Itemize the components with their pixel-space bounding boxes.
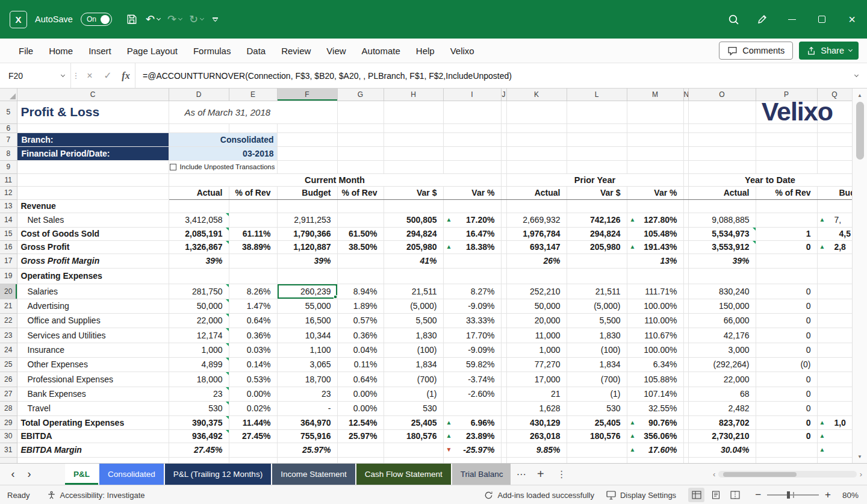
cell-c24[interactable]: Insurance — [17, 343, 169, 357]
cell-l17[interactable] — [567, 254, 627, 268]
cell-i28[interactable] — [443, 401, 501, 415]
cell-g21[interactable]: 1.89% — [337, 299, 384, 313]
cell-j31[interactable] — [501, 443, 506, 457]
cell-h30[interactable]: 180,576 — [384, 429, 443, 443]
column-header-k[interactable]: K — [506, 89, 567, 101]
cell-f27[interactable]: 23 — [277, 387, 337, 401]
cell-p16[interactable]: 0 — [756, 240, 817, 254]
cell-i6[interactable] — [443, 123, 501, 132]
repeat-button[interactable]: ↻ — [186, 9, 207, 30]
cell-o19[interactable] — [688, 268, 756, 284]
cell-h26[interactable]: (700) — [384, 372, 443, 387]
cell-j6[interactable] — [501, 123, 506, 132]
cell-h7[interactable] — [384, 132, 443, 146]
menu-tab-data[interactable]: Data — [238, 39, 273, 63]
cell-q15[interactable]: 4,5 — [817, 227, 852, 240]
cell-j11[interactable] — [501, 173, 506, 186]
minimize-button[interactable] — [777, 0, 807, 39]
cell-f23[interactable]: 10,344 — [277, 328, 337, 343]
cell-n13[interactable] — [683, 199, 688, 213]
cell-l29[interactable]: 25,405 — [567, 415, 627, 429]
cell-m31[interactable]: ▲17.60% — [627, 443, 683, 457]
cell-h14[interactable]: 500,805 — [384, 213, 443, 227]
cell-e12[interactable]: % of Rev — [229, 186, 277, 199]
cell-m9[interactable] — [627, 160, 683, 173]
cell-m14[interactable]: ▲127.80% — [627, 213, 683, 227]
cell-l31[interactable] — [567, 443, 627, 457]
cell-c17[interactable]: Gross Profit Margin — [17, 254, 169, 268]
cell-o15[interactable]: 5,534,973 — [688, 227, 756, 240]
cell-d25[interactable]: 4,899 — [169, 357, 229, 372]
cell-p28[interactable]: 0 — [756, 401, 817, 415]
cell-n30[interactable] — [683, 429, 688, 443]
menu-tab-view[interactable]: View — [319, 39, 353, 63]
cell-o9[interactable] — [688, 160, 756, 173]
menu-tab-formulas[interactable]: Formulas — [185, 39, 239, 63]
cell-e25[interactable]: 0.14% — [229, 357, 277, 372]
menu-tab-insert[interactable]: Insert — [81, 39, 119, 63]
menu-tab-home[interactable]: Home — [41, 39, 81, 63]
cell-j23[interactable] — [501, 328, 506, 343]
menu-tab-file[interactable]: File — [11, 39, 41, 63]
cell-o14[interactable]: 9,088,885 — [688, 213, 756, 227]
column-header-o[interactable]: O — [688, 89, 756, 101]
cell-h[interactable] — [384, 457, 443, 463]
cell-m24[interactable]: 100.00% — [627, 343, 683, 357]
cell-l23[interactable]: 1,830 — [567, 328, 627, 343]
cell-q30[interactable]: ▲ — [817, 429, 852, 443]
cell-k23[interactable]: 11,000 — [506, 328, 567, 343]
cell-p27[interactable]: 0 — [756, 387, 817, 401]
cell-o13[interactable] — [688, 199, 756, 213]
cell-g6[interactable] — [337, 123, 384, 132]
cell-i20[interactable]: 8.27% — [443, 284, 501, 299]
cell-j21[interactable] — [501, 299, 506, 313]
cell-c12[interactable] — [17, 186, 169, 199]
cell-i16[interactable]: ▲18.38% — [443, 240, 501, 254]
cell-f29[interactable]: 364,970 — [277, 415, 337, 429]
cell-m30[interactable]: ▲356.06% — [627, 429, 683, 443]
cell-l20[interactable]: 21,511 — [567, 284, 627, 299]
cell-p29[interactable]: 0 — [756, 415, 817, 429]
cell-o20[interactable]: 830,240 — [688, 284, 756, 299]
zoom-slider[interactable] — [767, 491, 819, 499]
cell-e28[interactable]: 0.02% — [229, 401, 277, 415]
cell-l30[interactable]: 180,576 — [567, 429, 627, 443]
sheet-tab-consolidated[interactable]: Consolidated — [99, 464, 164, 485]
cell-c14[interactable]: Net Sales — [17, 213, 169, 227]
cell-k7[interactable] — [506, 132, 567, 146]
save-button[interactable] — [122, 9, 141, 30]
cell-o22[interactable]: 66,000 — [688, 313, 756, 328]
h-scroll-right-icon[interactable]: › — [860, 470, 862, 479]
cell-i21[interactable]: -9.09% — [443, 299, 501, 313]
cell-p[interactable] — [756, 457, 817, 463]
cell-k13[interactable] — [506, 199, 567, 213]
row-header-30[interactable]: 30 — [0, 429, 17, 443]
cell-c25[interactable]: Other Expenses — [17, 357, 169, 372]
selected-cell[interactable]: 260,239 — [277, 284, 337, 299]
cell-j26[interactable] — [501, 372, 506, 387]
v-scrollbar[interactable]: ▲ ▼ — [852, 89, 867, 463]
sheet-nav-left-button[interactable]: ‹ — [5, 464, 21, 485]
zoom-level[interactable]: 80% — [837, 491, 859, 500]
cell-k31[interactable]: 9.85% — [506, 443, 567, 457]
cell-n21[interactable] — [683, 299, 688, 313]
cell-m6[interactable] — [627, 123, 683, 132]
search-button[interactable] — [719, 0, 748, 39]
menu-tab-help[interactable]: Help — [408, 39, 443, 63]
cell-g28[interactable]: 0.00% — [337, 401, 384, 415]
cell-f25[interactable]: 3,065 — [277, 357, 337, 372]
cell-d20[interactable]: 281,750 — [169, 284, 229, 299]
sheet-options-button[interactable]: ⋮ — [554, 464, 570, 485]
cell-q27[interactable] — [817, 387, 852, 401]
cell-o16[interactable]: 3,553,912 — [688, 240, 756, 254]
cell-l13[interactable] — [567, 199, 627, 213]
cell-l9[interactable] — [567, 160, 627, 173]
cell-l6[interactable] — [567, 123, 627, 132]
cell-c30[interactable]: EBITDA — [17, 429, 169, 443]
cell-l21[interactable]: (5,000) — [567, 299, 627, 313]
cell-p21[interactable]: 0 — [756, 299, 817, 313]
cell-g17[interactable] — [337, 254, 384, 268]
row-header-15[interactable]: 15 — [0, 227, 17, 240]
cell-i19[interactable] — [443, 268, 501, 284]
cell-g5[interactable] — [337, 101, 384, 123]
